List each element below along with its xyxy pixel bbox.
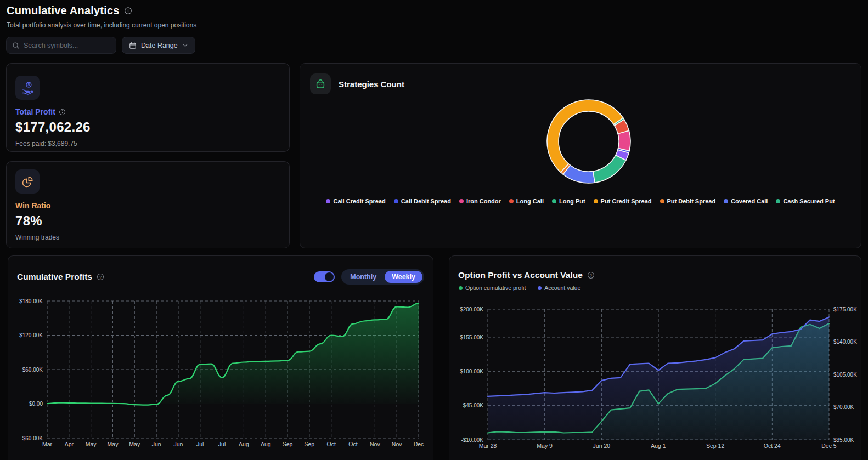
legend-item[interactable]: Long Call: [509, 198, 544, 205]
svg-text:May: May: [108, 441, 119, 447]
help-icon[interactable]: ?: [97, 273, 104, 281]
svg-text:Nov: Nov: [370, 441, 380, 447]
legend-label: Call Credit Spread: [333, 198, 385, 205]
svg-text:$100.00K: $100.00K: [460, 368, 483, 374]
svg-text:$: $: [27, 83, 30, 87]
svg-text:$60.00K: $60.00K: [22, 367, 43, 373]
legend-dot: [776, 199, 780, 203]
svg-text:Jul: Jul: [218, 441, 226, 447]
donut-segment-7[interactable]: [563, 165, 595, 183]
calendar-icon: [129, 42, 137, 49]
svg-text:May: May: [129, 441, 140, 447]
chart-mode-toggle[interactable]: [314, 271, 335, 282]
help-icon[interactable]: ?: [587, 271, 595, 279]
svg-text:Jun: Jun: [152, 441, 161, 447]
svg-text:May: May: [86, 441, 97, 447]
svg-text:Mar 28: Mar 28: [479, 442, 497, 449]
svg-text:Nov: Nov: [392, 441, 402, 447]
legend-item[interactable]: Put Credit Spread: [594, 198, 652, 205]
svg-text:-$10.00K: -$10.00K: [461, 437, 483, 443]
svg-text:Mar: Mar: [42, 441, 53, 447]
total-profit-card: $ Total Profit $177,062.26 Fees paid: $3…: [6, 63, 290, 152]
svg-text:$120.00K: $120.00K: [19, 332, 43, 338]
svg-text:$0.00: $0.00: [29, 401, 43, 407]
legend-item[interactable]: Covered Call: [724, 198, 768, 205]
svg-text:$180.00K: $180.00K: [19, 298, 43, 304]
legend-label: Put Credit Spread: [601, 198, 652, 205]
legend-dot: [660, 199, 664, 203]
strategies-count-card: Strategies Count Call Credit SpreadCall …: [300, 63, 861, 248]
svg-text:Dec 5: Dec 5: [821, 442, 837, 449]
page-header: Cumulative Analytics Total portfolio ana…: [7, 4, 196, 29]
legend-dot: [326, 199, 330, 203]
legend-item[interactable]: Option cumulative profit: [459, 285, 526, 291]
legend-dot: [459, 286, 463, 290]
legend-item[interactable]: Long Put: [552, 198, 585, 205]
info-icon[interactable]: [59, 109, 66, 116]
dashboard-page: Cumulative Analytics Total portfolio ana…: [0, 0, 868, 460]
svg-text:Aug 1: Aug 1: [651, 442, 666, 449]
svg-text:$105.00K: $105.00K: [833, 372, 857, 378]
cumulative-profits-title: Cumulative Profits: [17, 272, 92, 282]
svg-text:Oct 24: Oct 24: [764, 442, 781, 449]
svg-text:May 9: May 9: [537, 442, 553, 449]
legend-item[interactable]: Iron Condor: [459, 198, 501, 205]
date-range-button[interactable]: Date Range: [122, 37, 195, 54]
period-segmented-control: Monthly Weekly: [341, 269, 424, 285]
svg-text:$35.00K: $35.00K: [833, 437, 854, 443]
win-ratio-sub: Winning trades: [15, 234, 280, 241]
legend-label: Call Debit Spread: [401, 198, 451, 205]
svg-text:$45.00K: $45.00K: [463, 402, 484, 408]
legend-label: Long Call: [516, 198, 544, 205]
legend-item[interactable]: Cash Secured Put: [776, 198, 835, 205]
svg-text:Jun 20: Jun 20: [593, 442, 611, 449]
monthly-tab[interactable]: Monthly: [343, 271, 384, 283]
svg-text:Aug: Aug: [261, 441, 271, 447]
weekly-tab[interactable]: Weekly: [385, 271, 422, 283]
donut-segment-8[interactable]: [593, 155, 626, 183]
svg-text:Oct: Oct: [327, 441, 336, 447]
svg-text:Oct: Oct: [348, 441, 357, 447]
search-box[interactable]: [6, 37, 116, 54]
svg-text:?: ?: [99, 275, 102, 280]
legend-item[interactable]: Call Credit Spread: [326, 198, 385, 205]
win-ratio-label: Win Ratio: [15, 201, 50, 210]
donut-segment-2[interactable]: [618, 130, 630, 151]
svg-text:Apr: Apr: [65, 441, 74, 447]
hand-coin-icon: $: [15, 76, 40, 100]
search-icon: [12, 42, 20, 49]
legend-label: Iron Condor: [466, 198, 501, 205]
svg-text:Sep: Sep: [283, 441, 293, 447]
info-icon[interactable]: [124, 7, 132, 15]
legend-label: Covered Call: [731, 198, 768, 205]
date-range-label: Date Range: [141, 42, 178, 49]
legend-label: Put Debit Spread: [667, 198, 716, 205]
legend-label: Account value: [544, 285, 580, 291]
total-profit-value: $177,062.26: [15, 120, 280, 135]
win-ratio-value: 78%: [15, 213, 280, 229]
svg-text:$175.00K: $175.00K: [833, 306, 857, 313]
option-chart-legend: Option cumulative profitAccount value: [459, 285, 580, 291]
legend-label: Option cumulative profit: [465, 285, 526, 291]
total-profit-fees: Fees paid: $3,689.75: [15, 140, 280, 147]
svg-text:?: ?: [590, 273, 592, 278]
total-profit-label: Total Profit: [15, 107, 55, 116]
legend-item[interactable]: Call Debit Spread: [394, 198, 451, 205]
legend-dot: [538, 286, 542, 290]
legend-dot: [394, 199, 398, 203]
svg-text:Aug: Aug: [239, 441, 249, 447]
legend-label: Long Put: [559, 198, 585, 205]
cumulative-profits-chart: $180.00K$120.00K$60.00K$0.00-$60.00KMarA…: [8, 256, 434, 460]
legend-item[interactable]: Put Debit Spread: [660, 198, 716, 205]
svg-text:-$60.00K: -$60.00K: [20, 435, 43, 441]
legend-label: Cash Secured Put: [783, 198, 835, 205]
legend-item[interactable]: Account value: [538, 285, 580, 291]
svg-text:$155.00K: $155.00K: [460, 334, 483, 340]
legend-dot: [552, 199, 556, 203]
cumulative-profits-card: Cumulative Profits ? Monthly Weekly $180…: [8, 255, 433, 460]
svg-text:Jul: Jul: [196, 441, 204, 447]
pie-slice-icon: [15, 169, 40, 194]
option-vs-account-card: Option Profit vs Account Value ? Option …: [449, 255, 861, 460]
svg-text:$70.00K: $70.00K: [833, 404, 854, 410]
search-input[interactable]: [24, 42, 110, 49]
